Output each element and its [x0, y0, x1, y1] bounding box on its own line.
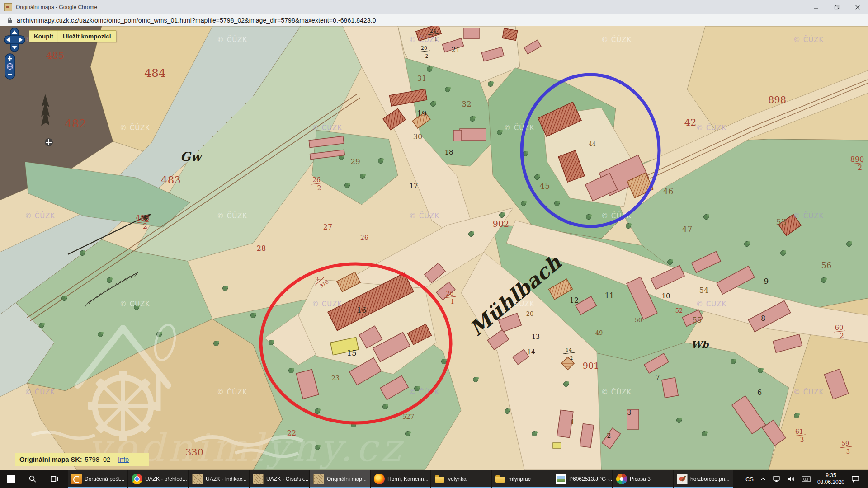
parcel-label: 30 — [413, 132, 422, 141]
taskbar-item[interactable]: Horní, Kamenn... — [371, 470, 430, 488]
volume-button[interactable] — [784, 470, 798, 488]
taskbar-item[interactable]: ÚAZK - Císařsk... — [250, 470, 309, 488]
svg-text:31: 31 — [417, 74, 426, 83]
svg-text:18: 18 — [444, 148, 453, 156]
taskbar-item-label: horzborcpo.pn... — [690, 476, 730, 482]
taskbar-clock[interactable]: 9:35 08.06.2020 — [814, 472, 848, 486]
photo-icon — [556, 474, 566, 484]
parcel-label: 482 — [65, 117, 86, 130]
svg-text:46: 46 — [663, 187, 674, 196]
cuzk-watermark: © ČÚZK — [120, 300, 150, 308]
folder-icon — [495, 474, 506, 484]
search-button[interactable] — [22, 470, 43, 488]
task-view-button[interactable] — [43, 470, 65, 488]
svg-text:44: 44 — [589, 141, 596, 147]
svg-text:56: 56 — [821, 261, 832, 270]
svg-text:61: 61 — [795, 428, 803, 435]
taskbar-item[interactable]: horzborcpo.pn... — [674, 470, 733, 488]
svg-text:483: 483 — [161, 174, 181, 186]
svg-text:45: 45 — [540, 181, 550, 191]
svg-text:54: 54 — [699, 286, 708, 295]
taskbar-item[interactable]: Originální map... — [310, 470, 370, 488]
clock-date: 08.06.2020 — [817, 479, 844, 486]
save-composition-button[interactable]: Uložit kompozici — [58, 30, 116, 42]
map-status-bar: Originální mapa SK: 5798_02 - Info — [15, 453, 149, 466]
taskbar-item-label: P6062513.JPG -... — [569, 476, 612, 482]
svg-text:Gw: Gw — [180, 150, 203, 164]
parcel-label: 56 — [821, 261, 832, 270]
restore-button[interactable] — [826, 0, 847, 14]
url-text[interactable]: archivnimapy.cuzk.cz/uazk/omc/omc_pom/om… — [17, 17, 376, 24]
close-button[interactable] — [847, 0, 868, 14]
svg-text:1: 1 — [571, 418, 575, 426]
map-icon — [192, 474, 203, 484]
svg-text:484: 484 — [144, 66, 166, 80]
action-center-button[interactable] — [848, 470, 863, 488]
crosshair-marker — [45, 138, 53, 146]
parcel-label: 10 — [661, 292, 670, 300]
taskbar-item[interactable]: ÚAZK - přehled... — [128, 470, 188, 488]
cuzk-watermark: © ČÚZK — [793, 35, 824, 44]
svg-text:60: 60 — [835, 324, 843, 332]
map-viewport[interactable]: 4854844824834832262272628231690290142898… — [0, 26, 868, 470]
taskbar-item[interactable]: Picasa 3 — [613, 470, 673, 488]
cuzk-watermark: © ČÚZK — [217, 388, 247, 396]
parcel-label: Gw — [180, 150, 203, 164]
language-indicator[interactable]: CS — [742, 470, 757, 488]
cuzk-watermark: © ČÚZK — [409, 211, 439, 220]
taskbar-item[interactable]: Doručená pošt... — [68, 470, 127, 488]
cuzk-watermark: © ČÚZK — [217, 211, 247, 220]
parcel-label: 1 — [571, 418, 575, 426]
zoom-control[interactable] — [5, 53, 15, 81]
svg-text:8: 8 — [761, 314, 765, 323]
firefox-icon — [374, 474, 385, 484]
start-button[interactable] — [0, 470, 22, 488]
svg-text:55: 55 — [693, 316, 702, 324]
tray-chevron-button[interactable] — [757, 470, 769, 488]
cuzk-watermark: © ČÚZK — [696, 123, 726, 132]
address-bar[interactable]: archivnimapy.cuzk.cz/uazk/omc/omc_pom/om… — [0, 14, 868, 27]
svg-text:53: 53 — [776, 217, 787, 227]
buy-button[interactable]: Koupit — [29, 30, 58, 42]
cuzk-watermark: © ČÚZK — [312, 123, 342, 132]
parcel-label: 54 — [699, 286, 708, 295]
info-link[interactable]: Info — [118, 456, 129, 463]
taskbar-item[interactable]: mlynprac — [492, 470, 552, 488]
pan-control[interactable] — [4, 28, 25, 54]
svg-text:26: 26 — [360, 234, 368, 241]
cuzk-watermark: © ČÚZK — [25, 211, 55, 220]
parcel-label: 19 — [417, 109, 427, 118]
parcel-label: Wb — [691, 339, 709, 350]
outlook-icon — [71, 474, 82, 484]
parcel-label: 18 — [444, 148, 453, 156]
window-title: Originální mapa - Google Chrome — [16, 4, 97, 10]
taskbar-item-label: ÚAZK - Císařsk... — [266, 476, 308, 482]
svg-text:6: 6 — [757, 388, 762, 397]
svg-text:2: 2 — [570, 355, 573, 361]
cadastral-map[interactable]: 4854844824834832262272628231690290142898… — [0, 26, 868, 470]
map-icon — [253, 474, 264, 484]
parcel-label: 32 — [462, 99, 472, 108]
parcel-label: 55 — [693, 316, 702, 324]
svg-text:901: 901 — [583, 361, 599, 371]
taskbar-item[interactable]: volynka — [431, 470, 491, 488]
network-button[interactable] — [769, 470, 784, 488]
cuzk-watermark: © ČÚZK — [793, 211, 824, 220]
svg-text:9: 9 — [764, 277, 769, 286]
svg-text:7: 7 — [656, 373, 660, 381]
cuzk-watermark: © ČÚZK — [601, 388, 632, 396]
speaker-icon — [787, 475, 795, 483]
svg-text:13: 13 — [532, 333, 540, 340]
taskbar-item[interactable]: ÚAZK - Indikač... — [189, 470, 249, 488]
minimize-button[interactable] — [806, 0, 826, 14]
svg-text:15: 15 — [347, 348, 357, 357]
touch-keyboard-button[interactable] — [798, 470, 814, 488]
status-map-id: 5798_02 — [85, 456, 110, 463]
svg-text:483: 483 — [136, 214, 150, 222]
parcel-label: 23 — [331, 375, 340, 382]
taskbar-item-label: ÚAZK - Indikač... — [206, 476, 247, 482]
taskbar-item[interactable]: P6062513.JPG -... — [552, 470, 612, 488]
svg-text:898: 898 — [768, 94, 786, 105]
svg-text:1: 1 — [451, 298, 454, 305]
parcel-label: 898 — [768, 94, 786, 105]
